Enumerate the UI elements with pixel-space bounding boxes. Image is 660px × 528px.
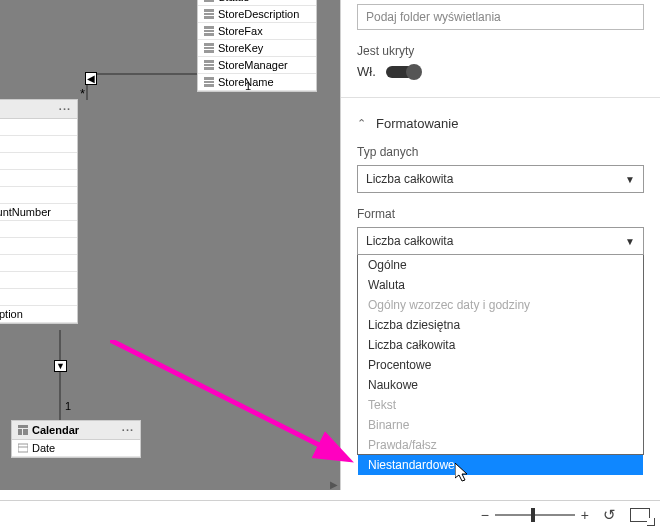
table-card-product[interactable]: ··· d Name gory t or ntry omerAccountNum… xyxy=(0,99,78,324)
svg-rect-14 xyxy=(204,67,214,70)
cardinality-many: * xyxy=(80,86,85,101)
table-field[interactable]: or xyxy=(0,170,77,187)
field-label: omerAccountNumber xyxy=(0,206,51,218)
zoom-thumb[interactable] xyxy=(531,508,535,522)
format-label: Format xyxy=(357,207,644,221)
format-select[interactable]: Liczba całkowita ▼ xyxy=(357,227,644,255)
model-diagram-canvas[interactable]: Status StoreDescription StoreFax StoreKe… xyxy=(0,0,340,490)
display-folder-input[interactable]: Podaj folder wyświetlania xyxy=(357,4,644,30)
svg-rect-6 xyxy=(204,26,214,29)
divider xyxy=(341,97,660,98)
table-field[interactable]: omerAccountNumber xyxy=(0,204,77,221)
svg-rect-9 xyxy=(204,43,214,46)
zoom-out-button[interactable]: − xyxy=(481,507,489,523)
format-dropdown: Ogólne Waluta Ogólny wzorzec daty i godz… xyxy=(357,255,644,455)
table-field[interactable]: StoreDescription xyxy=(198,6,316,23)
svg-rect-7 xyxy=(204,30,214,32)
dropdown-option[interactable]: Naukowe xyxy=(358,375,643,395)
svg-rect-21 xyxy=(18,444,28,452)
table-field[interactable]: dID xyxy=(0,238,77,255)
dropdown-option: Prawda/fałsz xyxy=(358,435,643,455)
data-type-select[interactable]: Liczba całkowita ▼ xyxy=(357,165,644,193)
svg-rect-17 xyxy=(204,84,214,87)
cardinality-one: 1 xyxy=(65,400,71,412)
zoom-slider[interactable]: − + xyxy=(481,507,589,523)
field-label: ductDescription xyxy=(0,308,23,320)
table-field[interactable]: d Name xyxy=(0,119,77,136)
dropdown-option[interactable]: Ogólne xyxy=(358,255,643,275)
svg-rect-3 xyxy=(204,9,214,12)
placeholder-text: Podaj folder wyświetlania xyxy=(366,10,501,24)
toggle-thumb xyxy=(406,64,422,80)
field-icon xyxy=(204,0,214,2)
dropdown-option: Ogólny wzorzec daty i godziny xyxy=(358,295,643,315)
field-label: Date xyxy=(32,442,55,454)
svg-rect-4 xyxy=(204,13,214,15)
calendar-icon xyxy=(18,443,28,453)
chevron-up-icon: ⌃ xyxy=(357,117,366,130)
relationship-line[interactable] xyxy=(86,73,197,75)
formatting-section-header[interactable]: ⌃ Formatowanie xyxy=(357,116,644,131)
table-field[interactable]: ductDescription xyxy=(0,306,77,323)
svg-rect-11 xyxy=(204,50,214,53)
relationship-line[interactable] xyxy=(59,330,61,420)
field-label: StoreManager xyxy=(218,59,288,71)
svg-rect-8 xyxy=(204,33,214,36)
dropdown-option[interactable]: Procentowe xyxy=(358,355,643,375)
svg-rect-20 xyxy=(23,429,28,435)
dropdown-option[interactable]: Liczba dziesiętna xyxy=(358,315,643,335)
svg-rect-13 xyxy=(204,64,214,66)
table-field[interactable]: ufacturer xyxy=(0,255,77,272)
select-value: Liczba całkowita xyxy=(366,172,453,186)
status-bar: − + ↺ xyxy=(0,500,660,528)
svg-rect-19 xyxy=(18,429,22,435)
table-name: Calendar xyxy=(32,424,79,436)
relationship-direction-icon xyxy=(85,68,97,86)
svg-rect-10 xyxy=(204,47,214,49)
cardinality-one: 1 xyxy=(245,80,251,92)
field-label: StoreDescription xyxy=(218,8,299,20)
svg-rect-15 xyxy=(204,77,214,80)
field-label: StoreFax xyxy=(218,25,263,37)
scroll-right-icon[interactable]: ▶ xyxy=(330,479,338,490)
select-value: Liczba całkowita xyxy=(366,234,453,248)
field-label: StoreKey xyxy=(218,42,263,54)
more-icon[interactable]: ··· xyxy=(122,424,134,436)
table-field[interactable]: StoreName xyxy=(198,74,316,91)
reset-zoom-button[interactable]: ↺ xyxy=(603,506,616,524)
section-title: Formatowanie xyxy=(376,116,458,131)
properties-pane: Podaj folder wyświetlania Jest ukryty Wł… xyxy=(340,0,660,490)
more-icon[interactable]: ··· xyxy=(59,103,71,115)
dropdown-option[interactable]: Waluta xyxy=(358,275,643,295)
field-icon xyxy=(204,60,214,70)
dropdown-option[interactable]: Liczba całkowita xyxy=(358,335,643,355)
relationship-direction-icon xyxy=(54,355,67,373)
table-field[interactable]: ntry xyxy=(0,187,77,204)
table-icon xyxy=(18,425,28,435)
dropdown-option: Binarne xyxy=(358,415,643,435)
dropdown-option: Tekst xyxy=(358,395,643,415)
table-field[interactable]: gory xyxy=(0,136,77,153)
is-hidden-toggle[interactable] xyxy=(386,66,420,78)
table-field[interactable]: IT xyxy=(0,272,77,289)
table-field[interactable]: StoreKey xyxy=(198,40,316,57)
table-field[interactable]: StoreManager xyxy=(198,57,316,74)
table-field[interactable]: t xyxy=(0,153,77,170)
zoom-in-button[interactable]: + xyxy=(581,507,589,523)
table-field[interactable]: StoreFax xyxy=(198,23,316,40)
table-header[interactable]: Calendar ··· xyxy=(12,421,140,440)
field-icon xyxy=(204,26,214,36)
table-card-calendar[interactable]: Calendar ··· Date xyxy=(11,420,141,458)
fit-to-page-button[interactable] xyxy=(630,508,650,522)
zoom-track[interactable] xyxy=(495,514,575,516)
canvas-border xyxy=(0,490,340,492)
table-field[interactable]: Date xyxy=(12,440,140,457)
table-field[interactable]: ght xyxy=(0,221,77,238)
table-field[interactable]: erDate xyxy=(0,289,77,306)
svg-rect-12 xyxy=(204,60,214,63)
caret-down-icon: ▼ xyxy=(625,174,635,185)
table-header[interactable]: ··· xyxy=(0,100,77,119)
dropdown-option-highlighted[interactable]: Niestandardowe xyxy=(358,455,643,475)
table-card-store[interactable]: Status StoreDescription StoreFax StoreKe… xyxy=(197,0,317,92)
is-hidden-label: Jest ukryty xyxy=(357,44,644,58)
